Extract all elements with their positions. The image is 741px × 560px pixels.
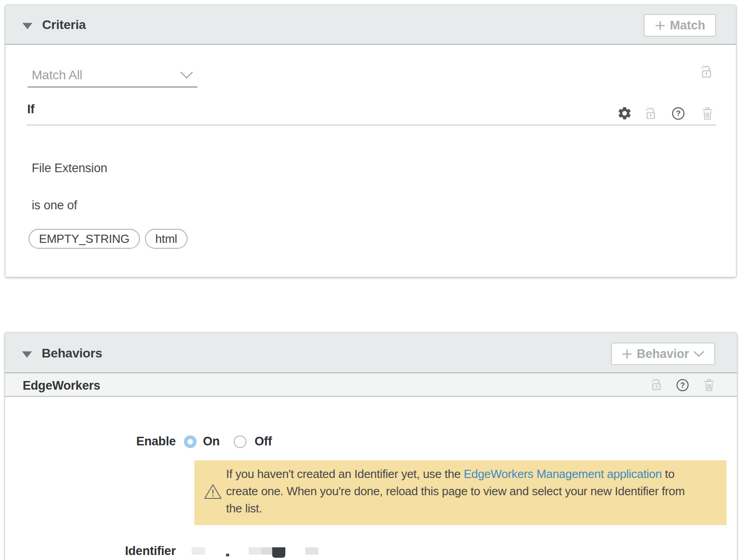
- behaviors-panel: Behaviors Behavior EdgeWorkers: [5, 332, 737, 560]
- help-icon[interactable]: ?: [675, 378, 690, 392]
- condition-operator[interactable]: is one of: [32, 198, 77, 212]
- chevron-down-icon: [693, 350, 705, 357]
- add-behavior-label: Behavior: [637, 347, 689, 361]
- criteria-header: Criteria Match: [5, 5, 736, 45]
- condition-field[interactable]: File Extension: [32, 161, 107, 175]
- behaviors-header: Behaviors Behavior: [5, 333, 737, 373]
- unlock-icon[interactable]: [643, 106, 658, 121]
- behaviors-title: Behaviors: [42, 346, 102, 361]
- collapse-triangle-icon[interactable]: [21, 351, 33, 358]
- chevron-down-icon[interactable]: [180, 71, 193, 79]
- condition-values: EMPTY_STRING html: [29, 229, 188, 249]
- add-match-button[interactable]: Match: [644, 14, 716, 37]
- property-manager-rule-editor: Criteria Match Match All If: [0, 0, 741, 560]
- unlock-icon[interactable]: [649, 377, 664, 391]
- match-all-dropdown[interactable]: Match All: [32, 68, 82, 82]
- value-tag[interactable]: html: [145, 229, 188, 249]
- edgeworkers-behavior-bar: EdgeWorkers ?: [5, 373, 737, 397]
- unlock-icon[interactable]: [698, 64, 714, 79]
- plus-icon: [621, 348, 633, 360]
- help-icon[interactable]: ?: [671, 106, 686, 121]
- radio-on-label[interactable]: On: [203, 434, 220, 449]
- trash-icon[interactable]: [703, 377, 716, 392]
- criteria-panel: Criteria Match Match All If: [5, 5, 736, 277]
- criteria-title: Criteria: [42, 18, 86, 32]
- if-label: If: [27, 102, 34, 116]
- warning-message: If you haven't created an Identifier yet…: [226, 465, 697, 517]
- svg-text:?: ?: [680, 381, 685, 389]
- warning-banner: If you haven't created an Identifier yet…: [194, 460, 727, 525]
- radio-off-label[interactable]: Off: [255, 434, 272, 449]
- warning-triangle-icon: [203, 483, 222, 500]
- radio-dot: [188, 439, 193, 444]
- divider: [26, 125, 716, 126]
- value-tag[interactable]: EMPTY_STRING: [29, 229, 140, 249]
- plus-icon: [654, 20, 666, 31]
- radio-on[interactable]: [184, 435, 197, 448]
- trash-icon[interactable]: [701, 106, 714, 121]
- behavior-name: EdgeWorkers: [23, 378, 100, 393]
- warning-text-1: If you haven't created an Identifier yet…: [226, 467, 464, 481]
- svg-text:?: ?: [676, 109, 681, 117]
- collapse-triangle-icon[interactable]: [22, 22, 33, 30]
- add-match-label: Match: [670, 19, 705, 33]
- gear-icon[interactable]: [617, 106, 632, 121]
- enable-label: Enable: [73, 434, 176, 449]
- dropdown-underline: [28, 86, 197, 88]
- radio-off[interactable]: [234, 435, 246, 448]
- edgeworkers-management-link[interactable]: EdgeWorkers Management application: [464, 467, 662, 481]
- add-behavior-button[interactable]: Behavior: [611, 343, 715, 365]
- identifier-label: Identifier: [73, 544, 176, 558]
